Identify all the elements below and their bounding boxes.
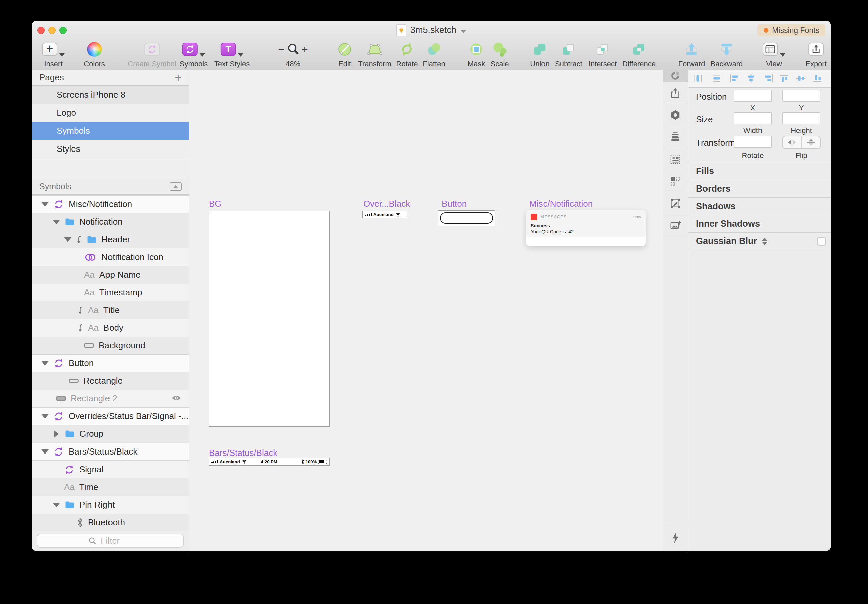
- insert-button[interactable]: + Insert: [42, 41, 65, 68]
- rotate-button[interactable]: Rotate: [396, 41, 418, 68]
- layer-row-button[interactable]: Button: [32, 355, 189, 372]
- zoom-in-button[interactable]: +: [302, 44, 308, 55]
- align-top-icon[interactable]: [779, 73, 790, 84]
- disclosure-down-icon[interactable]: [53, 503, 60, 507]
- artboard-list-icon[interactable]: [170, 182, 181, 191]
- subtract-button[interactable]: Subtract: [555, 41, 582, 68]
- edit-button[interactable]: Edit: [337, 41, 352, 68]
- artboard-label-over-black[interactable]: Over...Black: [363, 198, 410, 209]
- layer-row-notification[interactable]: Notification: [32, 213, 189, 231]
- rotate-input[interactable]: [734, 136, 772, 148]
- disclosure-down-icon[interactable]: [42, 414, 49, 419]
- artboard-label-button[interactable]: Button: [442, 198, 467, 209]
- disclosure-down-icon[interactable]: [64, 237, 71, 242]
- data-panel-button[interactable]: [663, 148, 688, 170]
- flatten-button[interactable]: Flatten: [423, 41, 445, 68]
- missing-fonts-badge[interactable]: Missing Fonts: [758, 24, 825, 36]
- backward-button[interactable]: Backward: [711, 41, 743, 68]
- settings-panel-button[interactable]: [663, 104, 688, 126]
- layer-row-timestamp[interactable]: Aa Timestamp: [32, 283, 189, 301]
- disclosure-right-icon[interactable]: [54, 431, 59, 438]
- layer-row-bluetooth[interactable]: Bluetooth: [32, 514, 189, 531]
- artboard-bg[interactable]: [209, 211, 329, 426]
- layer-row-app-name[interactable]: Aa App Name: [32, 266, 189, 283]
- craft-panel-button[interactable]: [663, 70, 688, 82]
- align-center-horizontal-icon[interactable]: [746, 73, 757, 84]
- artboard-label-bg[interactable]: BG: [209, 198, 222, 209]
- filter-input[interactable]: [37, 534, 183, 547]
- layer-row-signal[interactable]: Signal: [32, 460, 189, 478]
- size-height-input[interactable]: [782, 113, 820, 124]
- disclosure-down-icon[interactable]: [53, 220, 60, 224]
- layer-row-pin-right[interactable]: Pin Right: [32, 496, 189, 514]
- align-middle-vertical-icon[interactable]: [795, 73, 807, 84]
- layer-row-header[interactable]: Header: [32, 231, 189, 248]
- title-chevron-icon[interactable]: [460, 30, 467, 33]
- disclosure-down-icon[interactable]: [42, 449, 49, 454]
- layer-row-notification-icon[interactable]: Notification Icon: [32, 248, 189, 266]
- gaussian-blur-section-header[interactable]: Gaussian Blur: [688, 232, 831, 250]
- flip-vertical-button[interactable]: [802, 136, 820, 149]
- inner-shadows-section-header[interactable]: Inner Shadows: [688, 215, 831, 232]
- layer-row-bars-status-black[interactable]: Bars/Status/Black: [32, 443, 189, 460]
- layer-row-rectangle[interactable]: Rectangle: [32, 372, 189, 390]
- add-page-button[interactable]: +: [175, 72, 181, 84]
- sync-panel-button[interactable]: [663, 82, 688, 104]
- export-button[interactable]: Export: [805, 41, 826, 68]
- disclosure-down-icon[interactable]: [42, 361, 49, 366]
- layer-row-overrides-status-bar-signal[interactable]: Overrides/Status Bar/Signal -...: [32, 407, 189, 425]
- canvas[interactable]: BG Over...Black Auenland Button Misc/N: [189, 70, 663, 551]
- scale-button[interactable]: Scale: [490, 41, 509, 68]
- photos-panel-button[interactable]: [663, 214, 688, 236]
- borders-section-header[interactable]: Borders: [688, 180, 831, 197]
- transform-button[interactable]: Transform: [358, 41, 391, 68]
- align-left-icon[interactable]: [729, 73, 740, 84]
- artboard-misc-notification[interactable]: MESSAGES now Success Your QR Code is: 42: [526, 210, 646, 246]
- layer-row-misc-notification[interactable]: Misc/Notification: [32, 195, 189, 213]
- layer-row-rectangle-2[interactable]: Rectangle 2: [32, 390, 189, 407]
- text-styles-button[interactable]: T Text Styles: [214, 41, 250, 68]
- position-x-input[interactable]: [734, 90, 772, 102]
- plugin-actions-cell[interactable]: [663, 524, 688, 551]
- layer-row-group[interactable]: Group: [32, 425, 189, 443]
- mask-button[interactable]: Mask: [468, 41, 485, 68]
- page-item-symbols[interactable]: Symbols: [32, 122, 189, 140]
- artboard-label-misc-notification[interactable]: Misc/Notification: [530, 198, 592, 209]
- distribute-vertically-icon[interactable]: [711, 73, 722, 84]
- page-item-logo[interactable]: Logo: [32, 104, 189, 122]
- artboard-bars-status-black[interactable]: Auenland 4:20 PM 100%: [209, 458, 329, 465]
- artboard-label-bars-status-black[interactable]: Bars/Status/Black: [209, 448, 277, 458]
- zoom-out-button[interactable]: −: [278, 44, 284, 55]
- align-bottom-icon[interactable]: [812, 73, 824, 84]
- blur-type-stepper-icon[interactable]: [762, 238, 767, 245]
- size-width-input[interactable]: [734, 113, 772, 124]
- intersect-button[interactable]: Intersect: [589, 41, 617, 68]
- difference-button[interactable]: Difference: [622, 41, 656, 68]
- layer-row-body[interactable]: Aa Body: [32, 319, 189, 337]
- colors-button[interactable]: Colors: [84, 41, 105, 68]
- forward-button[interactable]: Forward: [678, 41, 705, 68]
- position-y-input[interactable]: [782, 90, 820, 102]
- stamp-panel-button[interactable]: [663, 126, 688, 148]
- page-item-screens-iphone-8[interactable]: Screens iPhone 8: [32, 86, 189, 104]
- shadows-section-header[interactable]: Shadows: [688, 197, 831, 215]
- artboard-button[interactable]: [438, 211, 495, 226]
- artboard-over-black[interactable]: Auenland: [363, 211, 407, 218]
- symbols-button[interactable]: Symbols: [180, 41, 208, 68]
- distribute-horizontally-icon[interactable]: [692, 73, 704, 84]
- duplicate-panel-button[interactable]: [663, 170, 688, 192]
- page-item-styles[interactable]: Styles: [32, 140, 189, 158]
- titlebar[interactable]: 3m5.sketch Missing Fonts: [32, 21, 831, 39]
- styles-panel-button[interactable]: [663, 192, 688, 214]
- gaussian-blur-checkbox[interactable]: [817, 237, 826, 246]
- union-button[interactable]: Union: [530, 41, 549, 68]
- layer-row-time[interactable]: Aa Time: [32, 478, 189, 496]
- align-right-icon[interactable]: [763, 73, 774, 84]
- view-button[interactable]: View: [763, 41, 785, 68]
- magnifier-icon[interactable]: [287, 43, 300, 56]
- flip-horizontal-button[interactable]: [783, 136, 802, 149]
- filter-field[interactable]: [37, 534, 184, 548]
- layer-row-background[interactable]: Background: [32, 337, 189, 355]
- layer-row-title[interactable]: Aa Title: [32, 301, 189, 319]
- disclosure-down-icon[interactable]: [42, 202, 49, 206]
